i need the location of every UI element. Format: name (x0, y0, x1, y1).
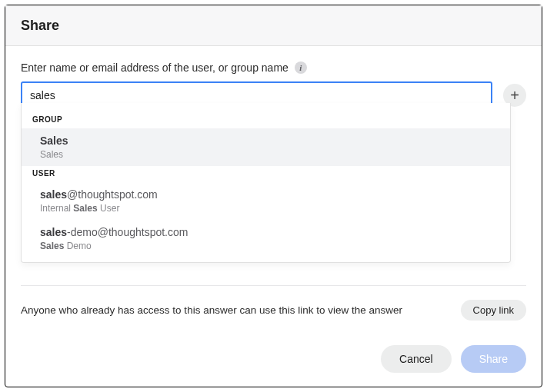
result-secondary: Sales Demo (40, 241, 499, 251)
modal-title: Share (21, 18, 526, 34)
cancel-button[interactable]: Cancel (381, 345, 452, 373)
share-button[interactable]: Share (461, 345, 526, 373)
section-header-user: USER (22, 166, 510, 182)
result-secondary: Sales (40, 149, 499, 160)
result-item-user[interactable]: sales@thoughtspot.com Internal Sales Use… (22, 182, 510, 220)
modal-footer: Cancel Share (5, 334, 542, 387)
result-item-user[interactable]: sales-demo@thoughtspot.com Sales Demo (22, 220, 510, 257)
result-primary: Sales (40, 135, 499, 147)
info-icon[interactable]: i (295, 61, 307, 74)
modal-header: Share (5, 5, 542, 46)
field-label-row: Enter name or email address of the user,… (21, 61, 526, 74)
section-header-group: GROUP (22, 112, 510, 128)
copy-link-button[interactable]: Copy link (461, 300, 526, 321)
autocomplete-dropdown: GROUP Sales Sales USER sales@thoughtspot… (21, 103, 511, 263)
result-primary: sales@thoughtspot.com (40, 188, 499, 201)
result-primary: sales-demo@thoughtspot.com (40, 226, 499, 238)
modal-body: Enter name or email address of the user,… (5, 46, 542, 285)
result-secondary: Internal Sales User (40, 203, 499, 214)
share-modal: Share Enter name or email address of the… (5, 5, 542, 387)
link-description: Anyone who already has access to this an… (21, 304, 402, 316)
plus-icon: + (510, 88, 519, 103)
link-row: Anyone who already has access to this an… (5, 286, 542, 334)
result-item-group[interactable]: Sales Sales (22, 128, 510, 166)
field-label: Enter name or email address of the user,… (21, 61, 289, 74)
